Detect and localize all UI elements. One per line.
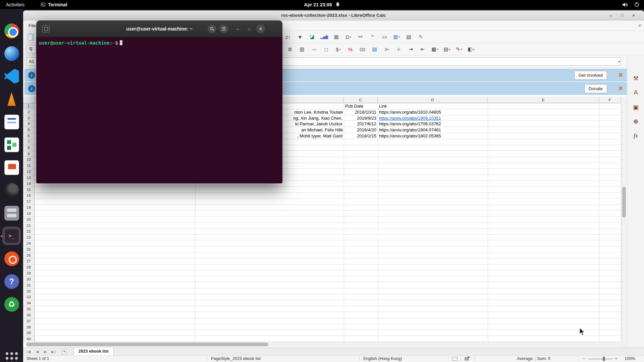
horizontal-scrollbar[interactable] — [26, 342, 621, 347]
headers-footers-icon[interactable]: ▭ — [380, 33, 389, 41]
select-all-corner[interactable] — [23, 97, 35, 103]
sheet-nav-first-icon[interactable]: |◀ — [26, 348, 31, 356]
format-number-icon[interactable]: 00 — [358, 45, 367, 54]
styles-icon[interactable]: A — [627, 89, 644, 101]
cell-D2[interactable]: https://arxiv.org/abs/1810.04805 — [378, 109, 488, 115]
dock-item-dark-media-app[interactable] — [3, 181, 20, 199]
terminal-maximize-icon[interactable]: □ — [245, 24, 254, 33]
sheet-nav-last-icon[interactable]: ▶| — [51, 348, 56, 356]
add-decimal-icon[interactable]: .0+ — [382, 45, 391, 54]
row-header-34[interactable]: 34 — [23, 300, 35, 306]
format-percent-icon[interactable]: % — [346, 45, 355, 54]
zoom-level[interactable]: 100% — [625, 356, 635, 362]
clock[interactable]: Apr 21 23:09 — [304, 2, 332, 7]
terminal-minimize-icon[interactable]: – — [233, 24, 242, 33]
volume-icon[interactable] — [623, 2, 628, 7]
focused-app-menu[interactable]: >_ Terminal — [41, 2, 67, 7]
conditional-formatting-icon[interactable]: ◧▾ — [467, 45, 476, 54]
row-header-25[interactable]: 25 — [23, 247, 35, 253]
insert-comment-icon[interactable]: ❝ — [368, 33, 377, 41]
border-color-icon[interactable]: ✎▾ — [454, 45, 464, 54]
row-header-37[interactable]: 37 — [23, 318, 35, 324]
close-button[interactable]: × — [630, 12, 637, 19]
dock-item-file-cabinet[interactable] — [3, 204, 20, 222]
row-header-40[interactable]: 40 — [23, 336, 35, 342]
freeze-rows-columns-icon-dropdown[interactable]: ▾ — [399, 36, 400, 39]
zoom-in-icon[interactable]: + — [615, 356, 617, 362]
search-icon[interactable] — [208, 24, 216, 33]
dock-item-chrome[interactable] — [3, 22, 20, 40]
cell-D6[interactable]: https://arxiv.org/abs/1802.05365 — [378, 133, 488, 139]
autofilter-icon[interactable]: ▼ — [296, 33, 305, 41]
row-header-24[interactable]: 24 — [23, 241, 35, 247]
sheet-nav-prev-icon[interactable]: ◀ — [36, 348, 39, 356]
new-document-icon[interactable] — [28, 34, 34, 41]
dock-item-ubuntu-software[interactable] — [3, 250, 20, 267]
insert-hyperlink-icon[interactable]: ⚯ — [356, 33, 365, 41]
activities-button[interactable]: Activities — [6, 2, 24, 7]
sheet-nav-next-icon[interactable]: ▶ — [44, 348, 47, 356]
border-style-icon[interactable]: ▤▾ — [442, 45, 451, 54]
increase-indent-icon[interactable]: ⇥ — [406, 45, 415, 54]
borders-icon[interactable]: ▦▾ — [430, 45, 439, 54]
format-currency-icon-dropdown[interactable]: ▾ — [339, 48, 341, 51]
vertical-scrollbar[interactable] — [621, 97, 627, 348]
row-header-15[interactable]: 15 — [23, 187, 35, 193]
row-header-29[interactable]: 29 — [23, 270, 35, 277]
terminal-window[interactable]: user@user-virtual-machine: ~ ☰ – □ ✕ use… — [36, 20, 282, 183]
border-color-icon-dropdown[interactable]: ▾ — [461, 48, 462, 51]
format-date-icon[interactable]: ▤ — [370, 45, 379, 54]
merge-and-center-icon[interactable]: ▥ — [298, 45, 307, 54]
terminal-close-icon[interactable]: ✕ — [256, 24, 265, 33]
show-draw-functions-icon[interactable]: ✎ — [416, 33, 425, 41]
row-header-23[interactable]: 23 — [23, 235, 35, 241]
row-header-2[interactable]: 2 — [23, 109, 35, 115]
border-style-icon-dropdown[interactable]: ▾ — [449, 48, 450, 51]
properties-icon[interactable]: ⚒ — [627, 75, 644, 87]
row-header-9[interactable]: 9 — [23, 151, 35, 157]
row-header-14[interactable]: 14 — [23, 181, 35, 187]
row-header-12[interactable]: 12 — [23, 169, 35, 175]
infobar-close-icon[interactable]: ✕ — [618, 71, 623, 79]
row-header-3[interactable]: 3 — [23, 115, 35, 121]
row-header-18[interactable]: 18 — [23, 205, 35, 211]
get-involved-button[interactable]: Get involved — [574, 71, 607, 80]
row-header-26[interactable]: 26 — [23, 253, 35, 259]
cell-D3[interactable]: https://arxiv.org/abs/1909.10351 — [378, 115, 488, 121]
merge-cells-icon[interactable]: ▫▫ — [310, 45, 319, 54]
column-header-F[interactable]: F — [599, 97, 621, 103]
borders-icon-dropdown[interactable]: ▾ — [437, 48, 438, 51]
zoom-slider[interactable] — [588, 359, 613, 359]
add-sheet-icon[interactable] — [62, 349, 66, 354]
row-header-30[interactable]: 30 — [23, 277, 35, 283]
row-header-1[interactable]: 1 — [23, 103, 35, 109]
dock-item-help[interactable]: ? — [3, 273, 20, 290]
font-name-box[interactable]: 等 — [26, 45, 36, 53]
language-status[interactable]: English (Hong Kong) — [363, 356, 402, 362]
navigator-icon[interactable]: ☸ — [627, 118, 644, 130]
row-header-33[interactable]: 33 — [23, 294, 35, 300]
zoom-slider-handle[interactable] — [603, 357, 605, 361]
terminal-header-bar[interactable]: user@user-virtual-machine: ~ ☰ – □ ✕ — [36, 20, 282, 37]
row-header-38[interactable]: 38 — [23, 324, 35, 330]
row-header-22[interactable]: 22 — [23, 229, 35, 235]
power-icon[interactable] — [634, 2, 639, 7]
row-header-39[interactable]: 39 — [23, 330, 35, 336]
sheet-tab-active[interactable]: 2023 ebook list — [73, 348, 114, 356]
row-header-31[interactable]: 31 — [23, 283, 35, 289]
row-header-36[interactable]: 36 — [23, 312, 35, 318]
row-header-16[interactable]: 16 — [23, 193, 35, 199]
maximize-button[interactable]: □ — [619, 12, 626, 19]
row-header-21[interactable]: 21 — [23, 223, 35, 229]
cell-C2[interactable]: 2018/10/11 — [344, 109, 378, 115]
column-header-E[interactable]: E — [488, 97, 599, 103]
gallery-icon[interactable]: ▣ — [627, 104, 644, 116]
row-header-27[interactable]: 27 — [23, 258, 35, 264]
row-header-6[interactable]: 6 — [23, 133, 35, 139]
insert-chart-icon[interactable]: ▂▅▇ — [320, 33, 329, 41]
row-header-32[interactable]: 32 — [23, 289, 35, 295]
insert-pivot-table-icon[interactable]: ▦ — [332, 33, 341, 41]
decrease-indent-icon[interactable]: ⇤ — [418, 45, 427, 54]
unmerge-cells-icon[interactable]: □ — [322, 45, 331, 54]
sheet-number-status[interactable]: Sheet 1 of 1 — [26, 356, 49, 362]
